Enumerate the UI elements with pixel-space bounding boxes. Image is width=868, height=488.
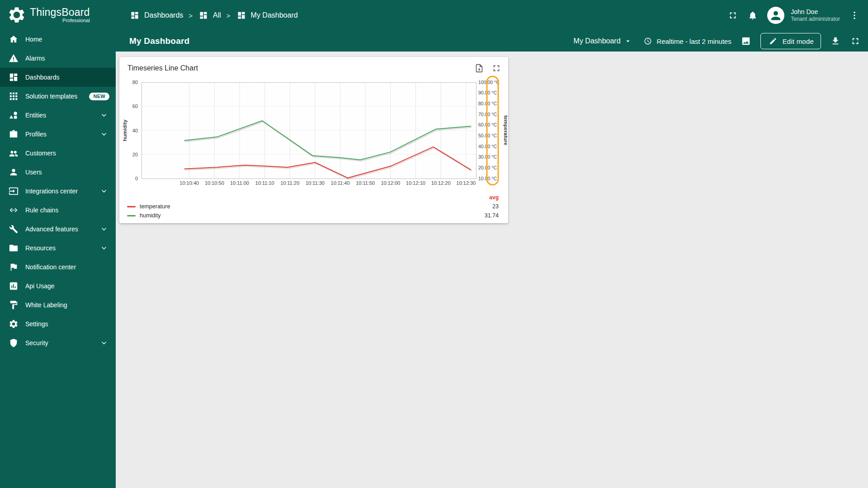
profiles-icon bbox=[8, 129, 19, 140]
chevron-down-icon bbox=[99, 243, 109, 253]
breadcrumb: Dashboards>All>My Dashboard bbox=[129, 10, 298, 21]
breadcrumb-item[interactable]: My Dashboard bbox=[236, 10, 298, 21]
timeseries-widget[interactable]: Timeseries Line Chart 02040608010:10:401… bbox=[119, 57, 508, 223]
thingsboard-gear-logo-icon bbox=[7, 5, 26, 24]
header-actions: John Doe Tenant administrator bbox=[727, 7, 860, 24]
dashboard-image-icon[interactable] bbox=[741, 36, 751, 47]
more-vert-icon[interactable] bbox=[849, 10, 860, 21]
resources-icon bbox=[8, 243, 19, 253]
x-axis-tick: 10:11:50 bbox=[356, 180, 375, 186]
sidebar-item-profiles[interactable]: Profiles bbox=[0, 125, 116, 144]
breadcrumb-separator: > bbox=[226, 12, 231, 19]
notification-icon bbox=[8, 262, 19, 272]
legend-swatch bbox=[127, 215, 136, 216]
chart-legend: avgtemperature23humidity31.74 bbox=[119, 194, 508, 220]
fullscreen-icon[interactable] bbox=[727, 10, 738, 21]
app-logo[interactable]: ThingsBoard Professional bbox=[0, 0, 116, 30]
right-axis-tick: 50.00 °C bbox=[478, 133, 497, 138]
sidebar-item-home[interactable]: Home bbox=[0, 30, 116, 49]
sidebar-item-label: Alarms bbox=[25, 55, 109, 62]
api-icon bbox=[8, 281, 19, 291]
customers-icon bbox=[8, 148, 19, 159]
pencil-icon bbox=[768, 36, 778, 47]
breadcrumb-label: All bbox=[213, 11, 221, 19]
templates-icon bbox=[8, 91, 19, 102]
sidebar-item-dashboards[interactable]: Dashboards bbox=[0, 68, 116, 87]
left-axis-tick: 40 bbox=[132, 128, 138, 133]
timewindow-button[interactable]: Realtime - last 2 minutes bbox=[642, 36, 731, 47]
x-axis-tick: 10:12:20 bbox=[431, 180, 451, 186]
sidebar-item-white-labeling[interactable]: White Labeling bbox=[0, 296, 116, 314]
left-axis-title: humidity bbox=[122, 119, 127, 141]
legend-label: temperature bbox=[140, 203, 170, 211]
user-menu[interactable]: John Doe Tenant administrator bbox=[791, 8, 840, 23]
sidebar-item-label: White Labeling bbox=[25, 301, 109, 309]
breadcrumb-label: Dashboards bbox=[144, 11, 183, 19]
user-role: Tenant administrator bbox=[791, 16, 840, 23]
x-axis-tick: 10:11:40 bbox=[331, 180, 350, 186]
entities-icon bbox=[8, 110, 19, 121]
sidebar-item-customers[interactable]: Customers bbox=[0, 144, 116, 163]
widget-actions bbox=[474, 63, 502, 74]
app-logo-text: ThingsBoard Professional bbox=[30, 7, 90, 23]
sidebar-item-solution-templates[interactable]: Solution templatesNEW bbox=[0, 87, 116, 106]
sidebar-item-users[interactable]: Users bbox=[0, 163, 116, 182]
toolbar-fullscreen-icon[interactable] bbox=[850, 36, 861, 47]
breadcrumb-separator: > bbox=[189, 12, 193, 19]
sidebar-item-advanced-features[interactable]: Advanced features bbox=[0, 220, 116, 239]
export-widget-icon[interactable] bbox=[474, 63, 485, 74]
right-axis-tick: 80.00 °C bbox=[478, 101, 497, 106]
sidebar-item-integrations-center[interactable]: Integrations center bbox=[0, 182, 116, 201]
sidebar-item-label: Home bbox=[25, 36, 109, 43]
sidebar-item-settings[interactable]: Settings bbox=[0, 314, 116, 333]
app-name: ThingsBoard bbox=[30, 7, 90, 18]
x-axis-tick: 10:11:00 bbox=[230, 180, 249, 186]
right-axis-tick: 60.00 °C bbox=[478, 122, 497, 127]
sidebar-item-alarms[interactable]: Alarms bbox=[0, 49, 116, 68]
sidebar-item-notification-center[interactable]: Notification center bbox=[0, 258, 116, 277]
chevron-down-icon bbox=[99, 110, 109, 121]
right-axis-tick: 40.00 °C bbox=[478, 144, 497, 149]
users-icon bbox=[8, 167, 19, 178]
right-axis-tick: 90.00 °C bbox=[478, 90, 497, 95]
sidebar-item-rule-chains[interactable]: Rule chains bbox=[0, 201, 116, 220]
legend-swatch bbox=[127, 206, 136, 207]
left-axis-tick: 20 bbox=[132, 152, 138, 157]
home-icon bbox=[8, 34, 19, 45]
sidebar-item-label: Profiles bbox=[25, 131, 92, 138]
sidebar-item-label: Rule chains bbox=[25, 206, 109, 214]
right-axis-title: temperature bbox=[503, 115, 508, 145]
sidebar-item-api-usage[interactable]: Api Usage bbox=[0, 277, 116, 296]
dashboards-icon bbox=[198, 10, 209, 21]
chevron-down-icon bbox=[99, 224, 109, 235]
sidebar-item-label: Integrations center bbox=[25, 188, 92, 195]
sidebar-item-resources[interactable]: Resources bbox=[0, 239, 116, 258]
sidebar-item-label: Api Usage bbox=[25, 282, 109, 290]
widget-fullscreen-icon[interactable] bbox=[491, 63, 502, 74]
sidebar-item-label: Security bbox=[25, 339, 92, 347]
legend-item-humidity[interactable]: humidity bbox=[127, 212, 485, 220]
right-axis-tick: 30.00 °C bbox=[478, 154, 497, 160]
sidebar-item-label: Customers bbox=[25, 150, 109, 157]
app-edition: Professional bbox=[62, 18, 90, 23]
notifications-bell-icon[interactable] bbox=[747, 10, 758, 21]
dashboards-icon bbox=[129, 10, 140, 21]
sidebar-item-entities[interactable]: Entities bbox=[0, 106, 116, 125]
x-axis-tick: 10:12:30 bbox=[456, 180, 476, 186]
x-axis-tick: 10:12:00 bbox=[381, 180, 400, 186]
dashboards-icon bbox=[8, 72, 19, 83]
breadcrumb-item[interactable]: All bbox=[198, 10, 221, 21]
edit-mode-button[interactable]: Edit mode bbox=[760, 33, 821, 49]
top-header: Dashboards>All>My Dashboard John Doe Ten… bbox=[116, 0, 868, 31]
download-icon[interactable] bbox=[830, 36, 841, 47]
avatar[interactable] bbox=[767, 7, 784, 24]
line-chart[interactable]: 02040608010:10:4010:10:5010:11:0010:11:1… bbox=[119, 74, 508, 194]
sidebar-item-security[interactable]: Security bbox=[0, 333, 116, 352]
x-axis-tick: 10:10:40 bbox=[179, 180, 199, 186]
dashboard-state-selector[interactable]: My Dashboard bbox=[574, 36, 633, 47]
legend-item-temperature[interactable]: temperature bbox=[127, 203, 485, 211]
breadcrumb-item[interactable]: Dashboards bbox=[129, 10, 183, 21]
left-axis-tick: 80 bbox=[132, 80, 138, 85]
whitelabel-icon bbox=[8, 300, 19, 310]
new-badge: NEW bbox=[89, 93, 109, 100]
